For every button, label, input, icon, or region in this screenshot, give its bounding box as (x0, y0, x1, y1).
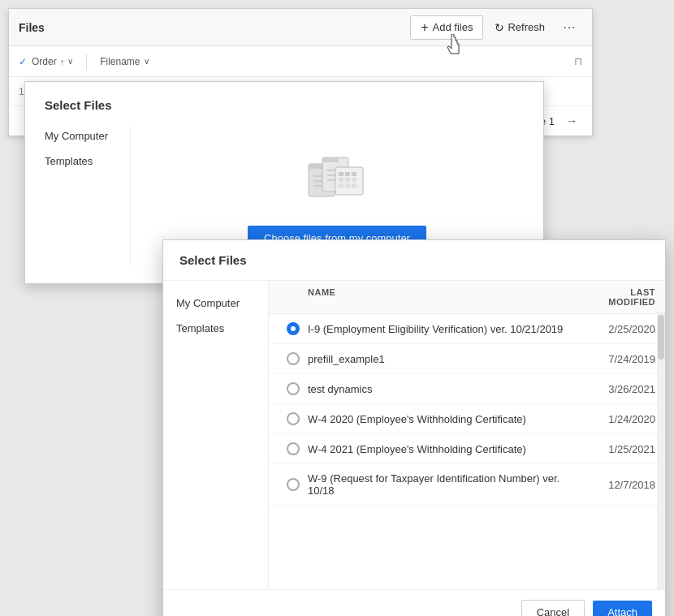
plus-icon: + (421, 20, 428, 35)
check-icon: ✓ (19, 56, 27, 67)
row-radio[interactable] (279, 322, 308, 335)
filename-control[interactable]: Filename ∨ (100, 56, 149, 67)
col-modified-header: LAST MODIFIED (582, 287, 655, 307)
radio-button[interactable] (287, 352, 300, 365)
row-file-date: 12/7/2018 (582, 479, 655, 491)
table-row[interactable]: I-9 (Employment Eligibility Verification… (269, 314, 665, 344)
next-page-button[interactable]: → (561, 113, 582, 129)
files-panel-title: Files (19, 21, 410, 34)
dialog-fg-body: My Computer Templates NAME LAST MODIFIED… (163, 281, 665, 589)
files-header: Files + Add files ↻ Refresh ⋯ (9, 9, 592, 46)
table-row[interactable]: test dynamics 3/26/2021 (269, 374, 665, 404)
dialog-bg-title: Select Files (25, 98, 543, 125)
dialog-fg-content: NAME LAST MODIFIED I-9 (Employment Eligi… (269, 281, 665, 589)
svg-rect-17 (339, 183, 343, 187)
radio-button[interactable] (287, 382, 300, 395)
svg-rect-13 (352, 172, 356, 176)
fg-sidebar-my-computer[interactable]: My Computer (163, 291, 268, 316)
files-illustration (305, 149, 369, 209)
add-files-button[interactable]: + Add files (410, 15, 483, 40)
svg-rect-12 (345, 172, 350, 176)
cancel-button[interactable]: Cancel (521, 600, 585, 616)
row-radio[interactable] (279, 412, 308, 425)
files-toolbar: ✓ Order ↑ ∨ Filename ∨ ⊓ (9, 46, 592, 77)
row-file-date: 7/24/2019 (582, 353, 655, 365)
order-control[interactable]: Order ↑ ∨ (32, 56, 73, 67)
sort-up-icon: ↑ (60, 57, 65, 67)
row-file-name: test dynamics (308, 383, 582, 395)
table-row[interactable]: W-4 2020 (Employee's Withholding Certifi… (269, 404, 665, 434)
table-row[interactable]: prefill_example1 7/24/2019 (269, 344, 665, 374)
row-file-name: W-9 (Request for Taxpayer Identification… (308, 472, 582, 497)
sidebar-item-templates-bg[interactable]: Templates (38, 150, 117, 172)
select-files-dialog-fg: Select Files My Computer Templates NAME … (162, 239, 666, 616)
row-radio[interactable] (279, 352, 308, 365)
row-file-name: W-4 2020 (Employee's Withholding Certifi… (308, 413, 582, 425)
pin-icon: ⊓ (574, 55, 582, 67)
fg-table-body: I-9 (Employment Eligibility Verification… (269, 314, 665, 589)
scrollbar-track (657, 312, 665, 589)
svg-rect-11 (339, 172, 343, 176)
svg-rect-16 (352, 178, 356, 182)
refresh-button[interactable]: ↻ Refresh (486, 17, 553, 38)
refresh-icon: ↻ (495, 21, 504, 34)
fg-sidebar-templates[interactable]: Templates (163, 316, 268, 341)
row-file-date: 1/25/2021 (582, 443, 655, 455)
row-radio[interactable] (279, 442, 308, 455)
table-row[interactable]: W-9 (Request for Taxpayer Identification… (269, 464, 665, 506)
toolbar-divider (86, 54, 87, 70)
dialog-fg-footer: Cancel Attach (163, 589, 665, 616)
dialog-fg-sidebar: My Computer Templates (163, 281, 269, 589)
scrollbar-thumb[interactable] (658, 315, 664, 360)
svg-rect-14 (339, 178, 343, 182)
sort-down-icon: ∨ (144, 57, 149, 66)
row-file-name: I-9 (Employment Eligibility Verification… (308, 323, 582, 335)
sidebar-item-my-computer-bg[interactable]: My Computer (38, 125, 117, 147)
radio-button[interactable] (287, 442, 300, 455)
attach-button[interactable]: Attach (593, 601, 652, 616)
chevron-down-icon: ∨ (67, 57, 73, 66)
row-file-date: 3/26/2021 (582, 383, 655, 395)
svg-rect-19 (352, 183, 356, 187)
svg-rect-15 (345, 178, 350, 182)
dialog-fg-title: Select Files (163, 240, 665, 281)
row-radio[interactable] (279, 478, 308, 491)
svg-rect-6 (322, 157, 339, 162)
row-file-name: prefill_example1 (308, 353, 582, 365)
svg-rect-18 (345, 183, 350, 187)
col-radio-header (279, 287, 308, 307)
row-radio[interactable] (279, 382, 308, 395)
row-file-date: 1/24/2020 (582, 413, 655, 425)
fg-table-header: NAME LAST MODIFIED (269, 281, 665, 314)
row-file-name: W-4 2021 (Employee's Withholding Certifi… (308, 443, 582, 455)
col-name-header: NAME (308, 287, 582, 307)
dialog-bg-sidebar: My Computer Templates (25, 125, 131, 267)
more-options-button[interactable]: ⋯ (556, 15, 582, 39)
table-row[interactable]: W-4 2021 (Employee's Withholding Certifi… (269, 434, 665, 464)
radio-button[interactable] (287, 322, 300, 335)
header-actions: + Add files ↻ Refresh ⋯ (410, 15, 582, 40)
radio-button[interactable] (287, 412, 300, 425)
radio-button[interactable] (287, 478, 300, 491)
row-file-date: 2/25/2020 (582, 323, 655, 335)
